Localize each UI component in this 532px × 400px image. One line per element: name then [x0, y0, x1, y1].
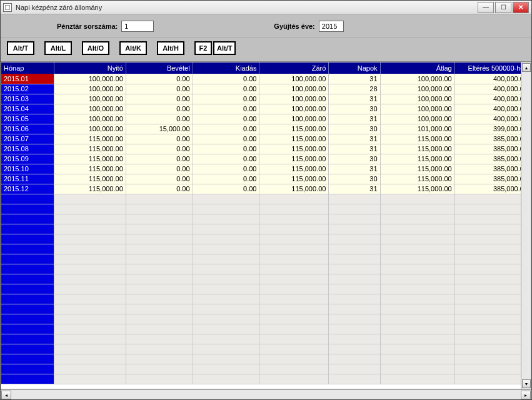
cell-opening[interactable]: 100,000.00: [54, 124, 126, 134]
cell-average[interactable]: 115,000.00: [380, 154, 454, 164]
cell-average[interactable]: 100,000.00: [380, 74, 454, 84]
cell-days[interactable]: 31: [329, 144, 380, 154]
cell-month[interactable]: 2015.04: [1, 104, 54, 114]
cell-closing[interactable]: 100,000.00: [259, 104, 329, 114]
cell-days[interactable]: 31: [329, 94, 380, 104]
cell-opening[interactable]: 100,000.00: [54, 74, 126, 84]
cell-month[interactable]: 2015.06: [1, 124, 54, 134]
table-row[interactable]: 2015.04100,000.000.000.00100,000.0030100…: [1, 104, 531, 114]
cell-deviation[interactable]: 400,000.00: [454, 104, 530, 114]
cashier-input[interactable]: [121, 21, 154, 32]
table-row[interactable]: 2015.03100,000.000.000.00100,000.0031100…: [1, 94, 531, 104]
scroll-up-icon[interactable]: ▴: [522, 63, 531, 72]
cell-month[interactable]: 2015.02: [1, 84, 54, 94]
minimize-button[interactable]: —: [478, 2, 494, 13]
cell-expense[interactable]: 0.00: [193, 164, 259, 174]
cell-average[interactable]: 115,000.00: [380, 164, 454, 174]
cell-income[interactable]: 0.00: [126, 114, 193, 124]
cell-average[interactable]: 115,000.00: [380, 174, 454, 184]
cell-income[interactable]: 0.00: [126, 134, 193, 144]
cell-expense[interactable]: 0.00: [193, 154, 259, 164]
cell-average[interactable]: 100,000.00: [380, 114, 454, 124]
cell-income[interactable]: 0.00: [126, 74, 193, 84]
cell-days[interactable]: 30: [329, 104, 380, 114]
table-row[interactable]: 2015.07115,000.000.000.00115,000.0031115…: [1, 134, 531, 144]
cell-opening[interactable]: 115,000.00: [54, 154, 126, 164]
cell-days[interactable]: 31: [329, 164, 380, 174]
table-row[interactable]: 2015.09115,000.000.000.00115,000.0030115…: [1, 154, 531, 164]
cell-average[interactable]: 100,000.00: [380, 104, 454, 114]
cell-opening[interactable]: 100,000.00: [54, 104, 126, 114]
cell-income[interactable]: 15,000.00: [126, 124, 193, 134]
cell-expense[interactable]: 0.00: [193, 174, 259, 184]
cell-month[interactable]: 2015.11: [1, 174, 54, 184]
cell-deviation[interactable]: 385,000.00: [454, 154, 530, 164]
cell-average[interactable]: 100,000.00: [380, 94, 454, 104]
cell-closing[interactable]: 115,000.00: [259, 154, 329, 164]
table-row[interactable]: 2015.02100,000.000.000.00100,000.0028100…: [1, 84, 531, 94]
btn-alt-o[interactable]: Alt/O: [82, 41, 109, 55]
col-average[interactable]: Átlag: [380, 62, 454, 74]
cell-expense[interactable]: 0.00: [193, 144, 259, 154]
cell-expense[interactable]: 0.00: [193, 184, 259, 194]
cell-income[interactable]: 0.00: [126, 144, 193, 154]
scroll-down-icon[interactable]: ▾: [522, 379, 531, 388]
btn-alt-t-1[interactable]: Alt/T: [7, 41, 34, 55]
cell-deviation[interactable]: 385,000.00: [454, 184, 530, 194]
cell-month[interactable]: 2015.08: [1, 144, 54, 154]
table-row[interactable]: 2015.05100,000.000.000.00100,000.0031100…: [1, 114, 531, 124]
cell-opening[interactable]: 100,000.00: [54, 114, 126, 124]
cell-opening[interactable]: 115,000.00: [54, 144, 126, 154]
col-closing[interactable]: Záró: [259, 62, 329, 74]
table-row[interactable]: 2015.12115,000.000.000.00115,000.0031115…: [1, 184, 531, 194]
btn-alt-t-2[interactable]: Alt/T: [213, 41, 236, 55]
cell-deviation[interactable]: 400,000.00: [454, 74, 530, 84]
cell-deviation[interactable]: 399,000.00: [454, 124, 530, 134]
cell-month[interactable]: 2015.12: [1, 184, 54, 194]
cell-expense[interactable]: 0.00: [193, 94, 259, 104]
cell-days[interactable]: 31: [329, 134, 380, 144]
cell-days[interactable]: 28: [329, 84, 380, 94]
table-row[interactable]: 2015.11115,000.000.000.00115,000.0030115…: [1, 174, 531, 184]
cell-expense[interactable]: 0.00: [193, 84, 259, 94]
cell-average[interactable]: 101,000.00: [380, 124, 454, 134]
cell-month[interactable]: 2015.05: [1, 114, 54, 124]
table-row[interactable]: 2015.06100,000.0015,000.000.00115,000.00…: [1, 124, 531, 134]
cell-opening[interactable]: 115,000.00: [54, 184, 126, 194]
cell-expense[interactable]: 0.00: [193, 124, 259, 134]
cell-deviation[interactable]: 385,000.00: [454, 144, 530, 154]
cell-days[interactable]: 30: [329, 124, 380, 134]
col-income[interactable]: Bevétel: [126, 62, 193, 74]
year-input[interactable]: [319, 21, 344, 32]
cell-deviation[interactable]: 400,000.00: [454, 114, 530, 124]
cell-deviation[interactable]: 385,000.00: [454, 164, 530, 174]
col-expense[interactable]: Kiadás: [193, 62, 259, 74]
cell-month[interactable]: 2015.03: [1, 94, 54, 104]
cell-expense[interactable]: 0.00: [193, 74, 259, 84]
cell-expense[interactable]: 0.00: [193, 104, 259, 114]
table-row[interactable]: 2015.10115,000.000.000.00115,000.0031115…: [1, 164, 531, 174]
scroll-right-icon[interactable]: ▸: [521, 391, 531, 399]
cell-deviation[interactable]: 400,000.00: [454, 94, 530, 104]
cell-closing[interactable]: 100,000.00: [259, 74, 329, 84]
btn-f2[interactable]: F2: [194, 41, 212, 55]
maximize-button[interactable]: ☐: [495, 2, 511, 13]
cell-month[interactable]: 2015.01: [1, 74, 54, 84]
cell-closing[interactable]: 115,000.00: [259, 184, 329, 194]
cell-deviation[interactable]: 400,000.00: [454, 84, 530, 94]
cell-closing[interactable]: 115,000.00: [259, 144, 329, 154]
cell-closing[interactable]: 100,000.00: [259, 84, 329, 94]
cell-average[interactable]: 115,000.00: [380, 134, 454, 144]
table-row[interactable]: 2015.01100,000.000.000.00100,000.0031100…: [1, 74, 531, 84]
cell-income[interactable]: 0.00: [126, 94, 193, 104]
cell-closing[interactable]: 115,000.00: [259, 124, 329, 134]
cell-income[interactable]: 0.00: [126, 174, 193, 184]
cell-income[interactable]: 0.00: [126, 164, 193, 174]
cell-days[interactable]: 30: [329, 174, 380, 184]
cell-month[interactable]: 2015.10: [1, 164, 54, 174]
horizontal-scrollbar[interactable]: ◂ ▸: [1, 389, 531, 399]
cell-closing[interactable]: 100,000.00: [259, 114, 329, 124]
vertical-scrollbar[interactable]: ▴ ▾: [521, 62, 531, 389]
cell-deviation[interactable]: 385,000.00: [454, 134, 530, 144]
cell-income[interactable]: 0.00: [126, 154, 193, 164]
